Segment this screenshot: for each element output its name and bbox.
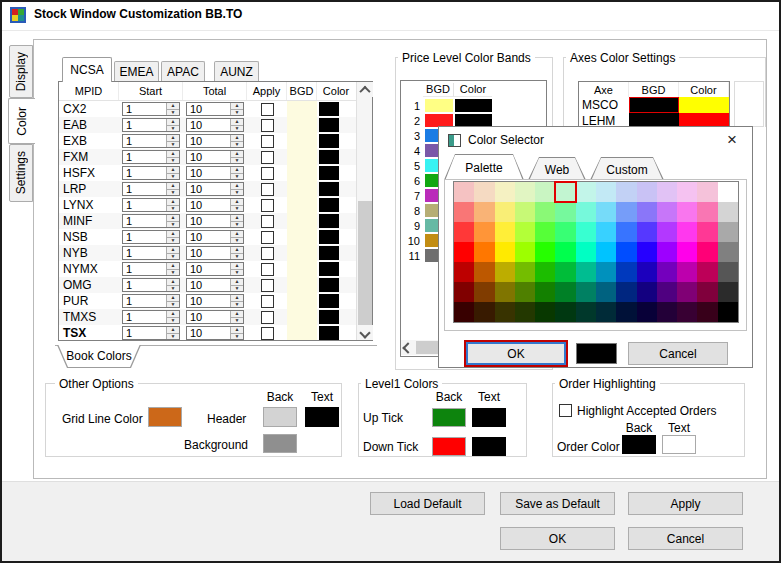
- start-spinner-down-button[interactable]: ▼: [167, 206, 179, 212]
- apply-checkbox[interactable]: [261, 247, 274, 260]
- start-spinner[interactable]: 1▲▼: [122, 310, 180, 324]
- palette-cell[interactable]: [454, 282, 474, 302]
- level1-text-swatch[interactable]: [472, 437, 506, 456]
- palette-cell[interactable]: [677, 262, 697, 282]
- start-spinner[interactable]: 1▲▼: [122, 214, 180, 228]
- palette-cell[interactable]: [474, 222, 494, 242]
- palette-cell[interactable]: [555, 222, 575, 242]
- total-spinner-down-button[interactable]: ▼: [231, 222, 243, 228]
- palette-cell[interactable]: [474, 242, 494, 262]
- total-spinner[interactable]: 10▲▼: [186, 278, 244, 292]
- palette-cell[interactable]: [495, 222, 515, 242]
- palette-cell[interactable]: [576, 202, 596, 222]
- palette-cell[interactable]: [596, 302, 616, 322]
- apply-checkbox[interactable]: [261, 151, 274, 164]
- palette-cell[interactable]: [657, 262, 677, 282]
- start-spinner[interactable]: 1▲▼: [122, 198, 180, 212]
- palette-cell[interactable]: [495, 182, 515, 202]
- start-spinner-down-button[interactable]: ▼: [167, 158, 179, 164]
- palette-cell[interactable]: [697, 202, 717, 222]
- palette-cell[interactable]: [454, 222, 474, 242]
- total-spinner-down-button[interactable]: ▼: [231, 126, 243, 132]
- total-spinner-down-button[interactable]: ▼: [231, 158, 243, 164]
- color-swatch[interactable]: [319, 278, 339, 292]
- palette-cell[interactable]: [535, 202, 555, 222]
- palette-cell[interactable]: [637, 182, 657, 202]
- palette-cell[interactable]: [718, 182, 738, 202]
- palette-cell[interactable]: [657, 202, 677, 222]
- start-spinner[interactable]: 1▲▼: [122, 262, 180, 276]
- palette-cell[interactable]: [596, 222, 616, 242]
- color-swatch[interactable]: [319, 198, 339, 212]
- palette-cell[interactable]: [495, 242, 515, 262]
- start-spinner-down-button[interactable]: ▼: [167, 238, 179, 244]
- palette-cell[interactable]: [555, 262, 575, 282]
- start-spinner-down-button[interactable]: ▼: [167, 286, 179, 292]
- palette-cell[interactable]: [616, 202, 636, 222]
- total-spinner[interactable]: 10▲▼: [186, 166, 244, 180]
- total-spinner[interactable]: 10▲▼: [186, 262, 244, 276]
- palette-cell[interactable]: [454, 262, 474, 282]
- highlight-accepted-orders-checkbox[interactable]: [559, 404, 572, 417]
- bgd-color-swatch[interactable]: [287, 133, 317, 149]
- bgd-color-swatch[interactable]: [287, 325, 317, 340]
- palette-cell[interactable]: [637, 242, 657, 262]
- tab-palette[interactable]: Palette: [444, 154, 524, 180]
- bgd-color-swatch[interactable]: [287, 245, 317, 261]
- total-spinner[interactable]: 10▲▼: [186, 182, 244, 196]
- bgd-color-swatch[interactable]: [287, 213, 317, 229]
- apply-checkbox[interactable]: [261, 231, 274, 244]
- total-spinner[interactable]: 10▲▼: [186, 214, 244, 228]
- color-swatch[interactable]: [319, 182, 339, 196]
- color-swatch[interactable]: [319, 102, 339, 116]
- palette-cell[interactable]: [454, 202, 474, 222]
- apply-checkbox[interactable]: [261, 279, 274, 292]
- apply-checkbox[interactable]: [261, 119, 274, 132]
- palette-cell[interactable]: [677, 242, 697, 262]
- total-spinner-down-button[interactable]: ▼: [231, 270, 243, 276]
- start-spinner-down-button[interactable]: ▼: [167, 190, 179, 196]
- book-table-row[interactable]: PUR1▲▼10▲▼: [59, 293, 357, 309]
- palette-cell[interactable]: [535, 282, 555, 302]
- palette-cell[interactable]: [555, 202, 575, 222]
- tab-display[interactable]: Display: [9, 45, 33, 98]
- palette-cell[interactable]: [454, 182, 474, 202]
- palette-cell[interactable]: [555, 182, 575, 202]
- total-spinner[interactable]: 10▲▼: [186, 118, 244, 132]
- palette-cell[interactable]: [596, 182, 616, 202]
- palette-cell[interactable]: [677, 302, 697, 322]
- palette-cell[interactable]: [515, 262, 535, 282]
- color-swatch[interactable]: [319, 214, 339, 228]
- grid-line-color-swatch[interactable]: [148, 407, 182, 427]
- book-table-row[interactable]: LYNX1▲▼10▲▼: [59, 197, 357, 213]
- tab-apac[interactable]: APAC: [161, 61, 205, 81]
- total-spinner-down-button[interactable]: ▼: [231, 302, 243, 308]
- total-spinner-down-button[interactable]: ▼: [231, 110, 243, 116]
- palette-cell[interactable]: [677, 222, 697, 242]
- palette-cell[interactable]: [697, 222, 717, 242]
- book-table-row[interactable]: MINF1▲▼10▲▼: [59, 213, 357, 229]
- ok-button[interactable]: OK: [500, 527, 615, 550]
- palette-cell[interactable]: [637, 302, 657, 322]
- axe-bgd-swatch[interactable]: [629, 97, 679, 113]
- start-spinner-down-button[interactable]: ▼: [167, 270, 179, 276]
- palette-cell[interactable]: [474, 262, 494, 282]
- tab-web[interactable]: Web: [528, 157, 586, 180]
- start-spinner[interactable]: 1▲▼: [122, 182, 180, 196]
- palette-cell[interactable]: [596, 262, 616, 282]
- scrollbar-thumb[interactable]: [358, 201, 372, 325]
- palette-cell[interactable]: [596, 282, 616, 302]
- axes-table-row[interactable]: MSCO: [579, 97, 729, 113]
- palette-cell[interactable]: [718, 302, 738, 322]
- total-spinner[interactable]: 10▲▼: [186, 134, 244, 148]
- total-spinner-down-button[interactable]: ▼: [231, 286, 243, 292]
- start-spinner-down-button[interactable]: ▼: [167, 174, 179, 180]
- order-text-color-swatch[interactable]: [662, 435, 696, 454]
- palette-cell[interactable]: [535, 302, 555, 322]
- palette-cell[interactable]: [616, 242, 636, 262]
- apply-checkbox[interactable]: [261, 263, 274, 276]
- palette-cell[interactable]: [657, 282, 677, 302]
- start-spinner-down-button[interactable]: ▼: [167, 254, 179, 260]
- scroll-up-button[interactable]: [357, 82, 373, 97]
- bgd-color-swatch[interactable]: [287, 165, 317, 181]
